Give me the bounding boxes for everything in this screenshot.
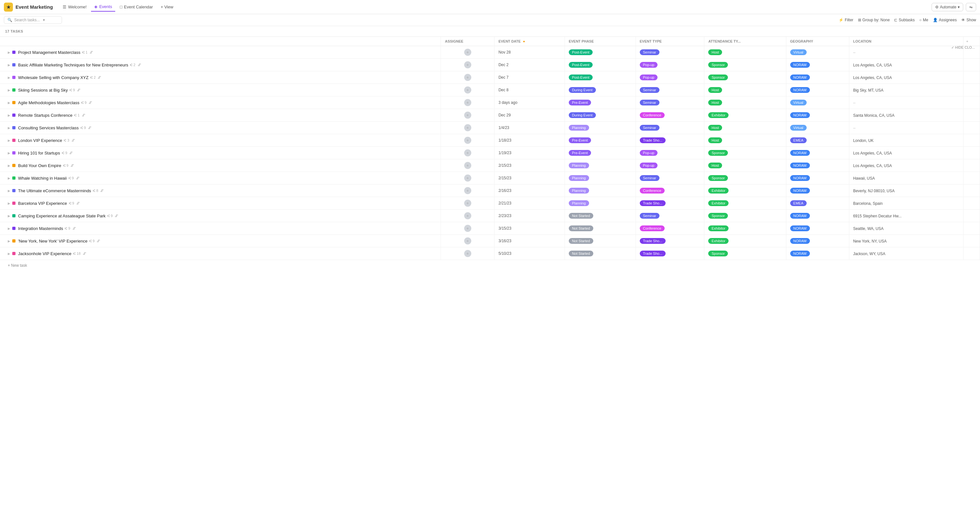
row-expander-10[interactable]: ▶ bbox=[8, 176, 10, 180]
table-row: ▶ Consulting Services Masterclass ⑆ 9 🖇 … bbox=[0, 122, 980, 134]
tab-event-calendar[interactable]: □ Event Calendar bbox=[116, 3, 156, 11]
phase-cell-6: Planning bbox=[565, 122, 636, 134]
attendance-cell-14: Exhibitor bbox=[704, 222, 786, 235]
assignee-avatar-3: ○ bbox=[464, 86, 471, 94]
type-cell-12: Trade Sho... bbox=[636, 197, 704, 210]
row-expander-9[interactable]: ▶ bbox=[8, 164, 10, 167]
attendance-cell-5: Exhibitor bbox=[704, 109, 786, 122]
assignee-avatar-11: ○ bbox=[464, 187, 471, 194]
assignees-button[interactable]: 👤 Assignees bbox=[933, 18, 957, 22]
task-meta-12: ⑆ 9 🖇 bbox=[69, 201, 80, 205]
geo-badge-3: NORAM bbox=[790, 87, 810, 93]
table-row: ▶ Integration Masterminds ⑆ 9 🖇 ○ 3/15/2… bbox=[0, 222, 980, 235]
show-icon: 👁 bbox=[961, 18, 965, 22]
attendance-badge-14: Exhibitor bbox=[708, 225, 729, 231]
col-event-phase: EVENT PHASE bbox=[565, 37, 636, 46]
row-expander-2[interactable]: ▶ bbox=[8, 76, 10, 79]
add-task-row[interactable]: + New task bbox=[0, 260, 980, 271]
attendance-cell-3: Host bbox=[704, 84, 786, 97]
subtask-icon-14: ⑆ 9 bbox=[65, 226, 70, 230]
date-cell-7: 1/18/23 bbox=[495, 134, 565, 147]
row-settings-11 bbox=[964, 184, 980, 197]
table-row: ▶ Hiring 101 for Startups ⑆ 9 🖇 ○ 1/19/2… bbox=[0, 147, 980, 159]
subtask-icon-13: ⑆ 9 bbox=[108, 214, 113, 218]
subtasks-button[interactable]: ⊏ Subtasks bbox=[894, 18, 915, 22]
task-name-1: Basic Affiliate Marketing Techniques for… bbox=[18, 63, 128, 67]
phase-badge-13: Not Started bbox=[569, 213, 593, 219]
row-settings-5 bbox=[964, 109, 980, 122]
tab-add-view[interactable]: + View bbox=[158, 3, 177, 11]
task-name-cell-1: ▶ Basic Affiliate Marketing Techniques f… bbox=[0, 59, 441, 71]
row-expander-12[interactable]: ▶ bbox=[8, 202, 10, 205]
row-expander-16[interactable]: ▶ bbox=[8, 252, 10, 256]
hide-closed-button[interactable]: ✓ HIDE CLO... bbox=[951, 46, 975, 50]
search-box[interactable]: 🔍 Search tasks... ▾ bbox=[4, 16, 62, 24]
assignee-avatar-1: ○ bbox=[464, 61, 471, 68]
assignee-avatar-15: ○ bbox=[464, 237, 471, 244]
tab-welcome[interactable]: ☰ Welcome! bbox=[59, 3, 90, 11]
row-settings-1 bbox=[964, 59, 980, 71]
row-settings-2 bbox=[964, 71, 980, 84]
date-cell-13: 2/23/23 bbox=[495, 210, 565, 222]
phase-badge-14: Not Started bbox=[569, 225, 593, 231]
type-badge-7: Trade Sho... bbox=[640, 137, 666, 143]
task-color-dot-3 bbox=[12, 88, 16, 92]
row-expander-11[interactable]: ▶ bbox=[8, 189, 10, 192]
location-cell-2: Los Angeles, CA, USA bbox=[849, 71, 963, 84]
geo-badge-2: NORAM bbox=[790, 75, 810, 80]
row-expander-5[interactable]: ▶ bbox=[8, 114, 10, 117]
table-row: ▶ The Ultimate eCommerce Masterminds ⑆ 8… bbox=[0, 184, 980, 197]
task-meta-11: ⑆ 8 🖇 bbox=[93, 189, 103, 192]
geo-badge-4: Virtual bbox=[790, 100, 807, 105]
row-expander-15[interactable]: ▶ bbox=[8, 239, 10, 243]
row-expander-8[interactable]: ▶ bbox=[8, 151, 10, 155]
show-button[interactable]: 👁 Show bbox=[961, 18, 976, 22]
row-expander-3[interactable]: ▶ bbox=[8, 88, 10, 92]
attendance-badge-11: Exhibitor bbox=[708, 188, 729, 194]
row-expander-7[interactable]: ▶ bbox=[8, 139, 10, 142]
share-button[interactable]: ⇋ bbox=[966, 3, 976, 11]
assignee-cell-16: ○ bbox=[441, 248, 495, 260]
type-cell-16: Trade Sho... bbox=[636, 248, 704, 260]
attendance-badge-7: Host bbox=[708, 137, 722, 143]
phase-badge-12: Planning bbox=[569, 200, 589, 206]
geo-badge-5: NORAM bbox=[790, 112, 810, 118]
row-expander-13[interactable]: ▶ bbox=[8, 214, 10, 218]
assignee-avatar-0: ○ bbox=[464, 49, 471, 56]
row-expander-4[interactable]: ▶ bbox=[8, 101, 10, 105]
group-icon: ⊞ bbox=[858, 18, 861, 22]
row-settings-8 bbox=[964, 147, 980, 159]
group-by-button[interactable]: ⊞ Group by: None bbox=[858, 18, 890, 22]
tab-events[interactable]: ◈ Events bbox=[91, 2, 115, 12]
row-expander-6[interactable]: ▶ bbox=[8, 126, 10, 130]
type-badge-8: Pop-up bbox=[640, 150, 657, 156]
phase-cell-8: Pre-Event bbox=[565, 147, 636, 159]
attachment-icon-12: 🖇 bbox=[76, 201, 80, 205]
geo-cell-9: NORAM bbox=[786, 159, 849, 172]
geo-cell-14: NORAM bbox=[786, 222, 849, 235]
type-badge-3: Seminar bbox=[640, 87, 659, 93]
filter-button[interactable]: ⚡ Filter bbox=[838, 18, 853, 22]
col-event-date: EVENT DATE ● bbox=[495, 37, 565, 46]
task-name-11: The Ultimate eCommerce Masterminds bbox=[18, 188, 91, 193]
type-badge-14: Conference bbox=[640, 225, 665, 231]
geo-cell-0: Virtual bbox=[786, 46, 849, 59]
table-row: ▶ Jacksonhole VIP Experience ⑆ 18 🖇 ○ 5/… bbox=[0, 248, 980, 260]
table-row: ▶ Agile Methodologies Masterclass ⑆ 9 🖇 … bbox=[0, 97, 980, 109]
row-expander-14[interactable]: ▶ bbox=[8, 227, 10, 230]
attachment-icon-9: 🖇 bbox=[70, 163, 74, 167]
row-expander-0[interactable]: ▶ bbox=[8, 51, 10, 54]
col-settings-button[interactable]: + bbox=[964, 37, 980, 46]
me-button[interactable]: ○ Me bbox=[919, 18, 928, 22]
tasks-table: ASSIGNEE EVENT DATE ● EVENT PHASE EVENT … bbox=[0, 37, 980, 260]
type-badge-13: Seminar bbox=[640, 213, 659, 219]
row-expander-1[interactable]: ▶ bbox=[8, 63, 10, 67]
automate-button[interactable]: ⚙ Automate ▾ bbox=[932, 3, 963, 11]
task-color-dot-13 bbox=[12, 214, 16, 217]
date-cell-11: 2/16/23 bbox=[495, 184, 565, 197]
task-meta-13: ⑆ 9 🖇 bbox=[108, 214, 118, 218]
assignee-avatar-6: ○ bbox=[464, 124, 471, 131]
location-cell-14: Seattle, WA, USA bbox=[849, 222, 963, 235]
type-badge-1: Pop-up bbox=[640, 62, 657, 68]
task-meta-2: ⑆ 2 🖇 bbox=[91, 75, 101, 79]
